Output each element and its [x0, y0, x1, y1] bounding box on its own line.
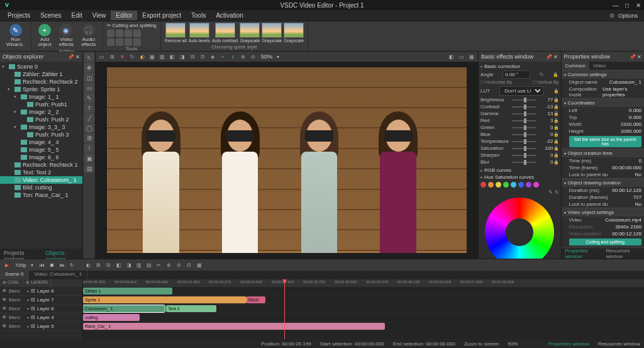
- slider-temperature[interactable]: Temperature-22🔒: [480, 138, 559, 144]
- prop-group-header[interactable]: ▾Common settings: [562, 70, 645, 79]
- pv-btn[interactable]: ◨: [178, 53, 187, 61]
- tl-play-button[interactable]: ▶: [3, 261, 11, 269]
- timeline-clip[interactable]: Zähler 1: [83, 288, 172, 295]
- tl-stop-button[interactable]: ⏹: [48, 261, 57, 269]
- property-row[interactable]: Height1080.000: [562, 128, 645, 135]
- pencil-icon[interactable]: ✎: [548, 189, 553, 195]
- pv-btn[interactable]: ◧: [447, 53, 456, 61]
- tab-video[interactable]: Video: [589, 62, 609, 70]
- tl-btn[interactable]: ▦: [195, 261, 204, 269]
- slider-saturation[interactable]: Saturation100🔒: [480, 145, 559, 151]
- tree-item[interactable]: Image: 4_ 4: [0, 138, 82, 146]
- tl-btn[interactable]: ◨: [125, 261, 133, 269]
- pv-btn[interactable]: ↔: [218, 53, 227, 61]
- color-dot[interactable]: [518, 182, 524, 188]
- hue-wheel[interactable]: [485, 198, 554, 259]
- tool-chart[interactable]: ▤: [84, 164, 94, 173]
- tl-btn[interactable]: ⊕: [165, 261, 174, 269]
- preview-canvas[interactable]: [96, 62, 478, 259]
- timeline-clip[interactable]: Sprite 1: [83, 296, 247, 303]
- layer-row[interactable]: 👁Blend▾⊟Layer 7: [0, 296, 82, 305]
- style-thumb[interactable]: Auto contrast: [212, 23, 238, 43]
- timeline-clip[interactable]: cutting: [83, 314, 140, 321]
- lut-select[interactable]: Don't use LUT: [499, 86, 543, 96]
- tl-prev-button[interactable]: ⏮: [38, 261, 47, 269]
- property-row[interactable]: Composition modeUse layer's properties: [562, 86, 645, 98]
- pv-btn[interactable]: ▦: [148, 53, 157, 61]
- property-row[interactable]: Time (frame)00:00:00:000: [562, 164, 645, 171]
- tl-btn[interactable]: ▥: [135, 261, 143, 269]
- color-dot[interactable]: [533, 182, 539, 188]
- tool-icon[interactable]: [125, 38, 132, 46]
- status-tab-resources[interactable]: Resources window: [598, 341, 640, 347]
- tree-item[interactable]: ▾Image: 3_3_ 3: [0, 123, 82, 131]
- property-row[interactable]: VideoColosseum.mp4: [562, 216, 645, 223]
- tree-item[interactable]: Bild: cutting: [0, 184, 82, 191]
- layer-row[interactable]: 👁Blend▾⊟Layer 5: [0, 322, 82, 331]
- color-dot[interactable]: [480, 182, 486, 188]
- tl-btn[interactable]: ◐: [84, 261, 93, 269]
- tree-item[interactable]: Ton: Race_Car_ 1: [0, 191, 82, 199]
- tool-line[interactable]: ╱: [84, 113, 94, 123]
- style-thumb[interactable]: Grayscale: [284, 23, 304, 43]
- tool-shape[interactable]: ◯: [84, 123, 94, 133]
- tl-btn[interactable]: ⊡: [185, 261, 194, 269]
- property-row[interactable]: Top0.000: [562, 114, 645, 121]
- tl-btn[interactable]: ✂: [155, 261, 164, 269]
- tree-item[interactable]: Image: 5_ 5: [0, 146, 82, 154]
- close-button[interactable]: ✕: [633, 0, 644, 10]
- property-row[interactable]: Object nameColosseum_ 1: [562, 79, 645, 86]
- slider-gamma[interactable]: Gamma13🔒: [480, 111, 559, 116]
- pv-btn[interactable]: ⊟: [188, 53, 197, 61]
- tool-eyedropper[interactable]: ⦿: [84, 133, 94, 143]
- track-row[interactable]: Zähler 1: [83, 287, 644, 296]
- tree-item[interactable]: Rechteck: Rechteck 1: [0, 161, 82, 169]
- pin-icon[interactable]: 📌 ✕: [546, 54, 558, 60]
- property-action-button[interactable]: Set the same size as the parent has: [569, 136, 642, 147]
- menu-scenes[interactable]: Scenes: [35, 11, 66, 20]
- property-row[interactable]: Resolution3840x 2160: [562, 223, 645, 230]
- tool-rect[interactable]: ▭: [84, 83, 94, 93]
- menu-export[interactable]: Export project: [137, 11, 186, 20]
- tool-crop[interactable]: ◫: [84, 73, 94, 82]
- pv-btn[interactable]: ↕: [228, 53, 237, 61]
- objects-tree[interactable]: ▾Scene 0Zähler: Zähler 1Rechteck: Rechte…: [0, 62, 82, 249]
- timeline-clip[interactable]: Race_Car_ 1: [83, 323, 385, 330]
- track-row[interactable]: Race_Car_ 1: [83, 322, 644, 331]
- pv-btn[interactable]: ⊕: [238, 53, 247, 61]
- layer-row[interactable]: 👁Blend▾⊟Layer 8: [0, 287, 82, 296]
- menu-view[interactable]: View: [87, 11, 111, 20]
- tree-item[interactable]: Video: Colosseum_ 1: [0, 176, 82, 184]
- style-thumb[interactable]: Auto levels: [189, 23, 210, 43]
- track-row[interactable]: Colosseum_ 1Text 2: [83, 305, 644, 313]
- pv-btn[interactable]: ↻: [128, 53, 136, 61]
- options-button[interactable]: Options: [618, 13, 638, 19]
- slider-blue[interactable]: Blue0🔒: [480, 132, 559, 137]
- tl-tab-video[interactable]: Video: Colosseum_ 1: [29, 271, 87, 279]
- slider-sharpen[interactable]: Sharpen0🔒: [480, 152, 559, 158]
- minimize-button[interactable]: —: [610, 0, 621, 10]
- property-row[interactable]: Duration (ms)00:00:12.128: [562, 187, 645, 194]
- pin-icon[interactable]: 📌 ✕: [68, 54, 80, 60]
- color-dot[interactable]: [488, 182, 494, 188]
- prop-group-header[interactable]: ▾Object drawing duration: [562, 179, 645, 187]
- prop-group-header[interactable]: ▾Object creation time: [562, 149, 645, 157]
- timeline-ruler[interactable]: 00:00:00.00000:00:04.81900:00:09.63900:0…: [83, 279, 644, 287]
- angle-input[interactable]: [502, 70, 530, 79]
- pv-btn[interactable]: ✕: [118, 53, 126, 61]
- pv-btn[interactable]: ▾: [274, 53, 282, 61]
- property-row[interactable]: Video duration00:00:12.128: [562, 230, 645, 237]
- tl-btn[interactable]: ⊞: [94, 261, 103, 269]
- tool-bucket[interactable]: ▣: [84, 154, 94, 163]
- zoom-to-screen[interactable]: Zoom to screen: [464, 341, 499, 347]
- tl-tab-scene[interactable]: Scene 0: [0, 271, 29, 279]
- tree-item[interactable]: Text: Text 2: [0, 169, 82, 176]
- tool-icon[interactable]: [133, 30, 141, 37]
- loop-icon[interactable]: ↻: [540, 72, 544, 77]
- rgb-curves-header[interactable]: RGB curves: [484, 167, 511, 173]
- color-dot[interactable]: [511, 182, 516, 188]
- add-object-button[interactable]: + Add object: [35, 23, 53, 48]
- style-thumb[interactable]: Grayscale: [240, 23, 260, 43]
- pv-btn[interactable]: ▭: [457, 53, 466, 61]
- tool-lasso[interactable]: ⌇: [84, 143, 94, 153]
